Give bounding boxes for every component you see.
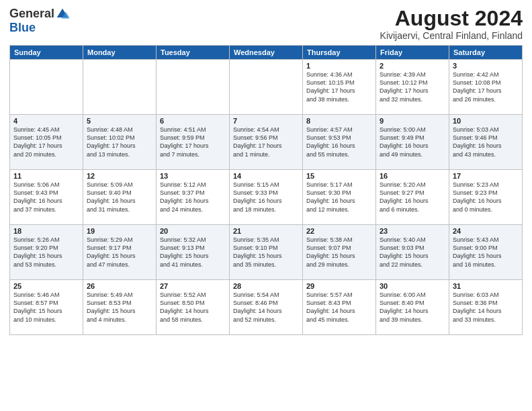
day-number: 5 <box>87 117 152 125</box>
calendar-cell: 4Sunrise: 4:45 AM Sunset: 10:05 PM Dayli… <box>10 115 83 170</box>
day-info: Sunrise: 4:51 AM Sunset: 9:59 PM Dayligh… <box>160 126 226 158</box>
calendar-cell: 17Sunrise: 5:23 AM Sunset: 9:23 PM Dayli… <box>449 170 523 225</box>
logo: General Blue <box>9 7 69 35</box>
day-info: Sunrise: 5:54 AM Sunset: 8:46 PM Dayligh… <box>233 291 299 324</box>
day-number: 4 <box>13 117 79 125</box>
day-info: Sunrise: 4:48 AM Sunset: 10:02 PM Daylig… <box>87 126 152 158</box>
day-info: Sunrise: 5:49 AM Sunset: 8:53 PM Dayligh… <box>87 291 152 324</box>
col-header-wednesday: Wednesday <box>230 46 303 60</box>
week-row-2: 4Sunrise: 4:45 AM Sunset: 10:05 PM Dayli… <box>10 115 523 170</box>
day-info: Sunrise: 4:57 AM Sunset: 9:53 PM Dayligh… <box>306 126 372 158</box>
calendar-cell: 6Sunrise: 4:51 AM Sunset: 9:59 PM Daylig… <box>157 115 230 170</box>
calendar-cell: 9Sunrise: 5:00 AM Sunset: 9:49 PM Daylig… <box>376 115 449 170</box>
day-info: Sunrise: 5:03 AM Sunset: 9:46 PM Dayligh… <box>453 126 519 158</box>
calendar-cell <box>10 60 83 115</box>
logo-blue-text: Blue <box>9 21 36 35</box>
day-info: Sunrise: 5:38 AM Sunset: 9:07 PM Dayligh… <box>306 236 372 269</box>
calendar-cell: 3Sunrise: 4:42 AM Sunset: 10:08 PM Dayli… <box>449 60 523 115</box>
day-info: Sunrise: 5:57 AM Sunset: 8:43 PM Dayligh… <box>306 291 372 324</box>
day-info: Sunrise: 5:26 AM Sunset: 9:20 PM Dayligh… <box>13 236 79 269</box>
calendar-cell: 19Sunrise: 5:29 AM Sunset: 9:17 PM Dayli… <box>83 225 157 280</box>
col-header-tuesday: Tuesday <box>157 46 230 60</box>
day-info: Sunrise: 5:32 AM Sunset: 9:13 PM Dayligh… <box>160 236 226 269</box>
calendar-cell: 21Sunrise: 5:35 AM Sunset: 9:10 PM Dayli… <box>230 225 303 280</box>
day-number: 7 <box>233 117 299 125</box>
day-info: Sunrise: 4:42 AM Sunset: 10:08 PM Daylig… <box>453 71 519 103</box>
calendar-header-row: SundayMondayTuesdayWednesdayThursdayFrid… <box>10 46 523 60</box>
day-info: Sunrise: 5:40 AM Sunset: 9:03 PM Dayligh… <box>380 236 445 269</box>
day-number: 11 <box>13 172 79 180</box>
day-info: Sunrise: 5:23 AM Sunset: 9:23 PM Dayligh… <box>453 181 519 214</box>
col-header-saturday: Saturday <box>449 46 523 60</box>
calendar-cell: 30Sunrise: 6:00 AM Sunset: 8:40 PM Dayli… <box>376 280 449 335</box>
calendar-cell: 22Sunrise: 5:38 AM Sunset: 9:07 PM Dayli… <box>303 225 376 280</box>
calendar-cell: 16Sunrise: 5:20 AM Sunset: 9:27 PM Dayli… <box>376 170 449 225</box>
calendar-cell: 10Sunrise: 5:03 AM Sunset: 9:46 PM Dayli… <box>449 115 523 170</box>
day-number: 21 <box>233 227 299 235</box>
day-number: 8 <box>306 117 372 125</box>
day-number: 6 <box>160 117 226 125</box>
day-info: Sunrise: 5:29 AM Sunset: 9:17 PM Dayligh… <box>87 236 152 269</box>
col-header-friday: Friday <box>376 46 449 60</box>
day-info: Sunrise: 4:39 AM Sunset: 10:12 PM Daylig… <box>380 71 445 103</box>
day-number: 25 <box>13 282 79 290</box>
day-info: Sunrise: 5:17 AM Sunset: 9:30 PM Dayligh… <box>306 181 372 214</box>
calendar-cell: 20Sunrise: 5:32 AM Sunset: 9:13 PM Dayli… <box>157 225 230 280</box>
day-number: 12 <box>87 172 152 180</box>
day-info: Sunrise: 6:03 AM Sunset: 8:36 PM Dayligh… <box>453 291 519 324</box>
day-number: 26 <box>87 282 152 290</box>
day-number: 19 <box>87 227 152 235</box>
day-number: 23 <box>380 227 445 235</box>
day-number: 17 <box>453 172 519 180</box>
day-number: 16 <box>380 172 445 180</box>
logo-general-text: General <box>9 7 54 21</box>
day-info: Sunrise: 5:35 AM Sunset: 9:10 PM Dayligh… <box>233 236 299 269</box>
day-number: 9 <box>380 117 445 125</box>
calendar-cell: 11Sunrise: 5:06 AM Sunset: 9:43 PM Dayli… <box>10 170 83 225</box>
calendar-cell <box>83 60 157 115</box>
calendar-cell <box>157 60 230 115</box>
title-section: August 2024 Kivijaervi, Central Finland,… <box>380 7 523 41</box>
day-number: 3 <box>453 62 519 70</box>
day-info: Sunrise: 5:06 AM Sunset: 9:43 PM Dayligh… <box>13 181 79 214</box>
calendar-cell: 24Sunrise: 5:43 AM Sunset: 9:00 PM Dayli… <box>449 225 523 280</box>
day-number: 2 <box>380 62 445 70</box>
calendar-cell: 7Sunrise: 4:54 AM Sunset: 9:56 PM Daylig… <box>230 115 303 170</box>
day-info: Sunrise: 5:20 AM Sunset: 9:27 PM Dayligh… <box>380 181 445 214</box>
day-number: 22 <box>306 227 372 235</box>
day-number: 18 <box>13 227 79 235</box>
day-number: 14 <box>233 172 299 180</box>
calendar-cell: 8Sunrise: 4:57 AM Sunset: 9:53 PM Daylig… <box>303 115 376 170</box>
day-number: 20 <box>160 227 226 235</box>
col-header-sunday: Sunday <box>10 46 83 60</box>
logo-icon <box>56 7 69 21</box>
day-number: 27 <box>160 282 226 290</box>
day-info: Sunrise: 4:45 AM Sunset: 10:05 PM Daylig… <box>13 126 79 158</box>
day-number: 29 <box>306 282 372 290</box>
header: General Blue August 2024 Kivijaervi, Cen… <box>9 7 523 41</box>
calendar-cell: 5Sunrise: 4:48 AM Sunset: 10:02 PM Dayli… <box>83 115 157 170</box>
day-number: 1 <box>306 62 372 70</box>
calendar-table: SundayMondayTuesdayWednesdayThursdayFrid… <box>9 45 523 335</box>
calendar-cell: 29Sunrise: 5:57 AM Sunset: 8:43 PM Dayli… <box>303 280 376 335</box>
day-number: 13 <box>160 172 226 180</box>
day-info: Sunrise: 4:36 AM Sunset: 10:15 PM Daylig… <box>306 71 372 103</box>
calendar-cell: 27Sunrise: 5:52 AM Sunset: 8:50 PM Dayli… <box>157 280 230 335</box>
day-info: Sunrise: 5:46 AM Sunset: 8:57 PM Dayligh… <box>13 291 79 324</box>
day-number: 24 <box>453 227 519 235</box>
day-number: 30 <box>380 282 445 290</box>
day-number: 28 <box>233 282 299 290</box>
week-row-1: 1Sunrise: 4:36 AM Sunset: 10:15 PM Dayli… <box>10 60 523 115</box>
calendar-cell: 18Sunrise: 5:26 AM Sunset: 9:20 PM Dayli… <box>10 225 83 280</box>
day-number: 31 <box>453 282 519 290</box>
col-header-monday: Monday <box>83 46 157 60</box>
calendar-cell: 2Sunrise: 4:39 AM Sunset: 10:12 PM Dayli… <box>376 60 449 115</box>
day-info: Sunrise: 4:54 AM Sunset: 9:56 PM Dayligh… <box>233 126 299 158</box>
calendar-cell: 28Sunrise: 5:54 AM Sunset: 8:46 PM Dayli… <box>230 280 303 335</box>
calendar-cell: 12Sunrise: 5:09 AM Sunset: 9:40 PM Dayli… <box>83 170 157 225</box>
calendar-cell: 23Sunrise: 5:40 AM Sunset: 9:03 PM Dayli… <box>376 225 449 280</box>
page: General Blue August 2024 Kivijaervi, Cen… <box>0 0 532 411</box>
day-info: Sunrise: 5:09 AM Sunset: 9:40 PM Dayligh… <box>87 181 152 214</box>
day-info: Sunrise: 5:15 AM Sunset: 9:33 PM Dayligh… <box>233 181 299 214</box>
day-info: Sunrise: 5:12 AM Sunset: 9:37 PM Dayligh… <box>160 181 226 214</box>
